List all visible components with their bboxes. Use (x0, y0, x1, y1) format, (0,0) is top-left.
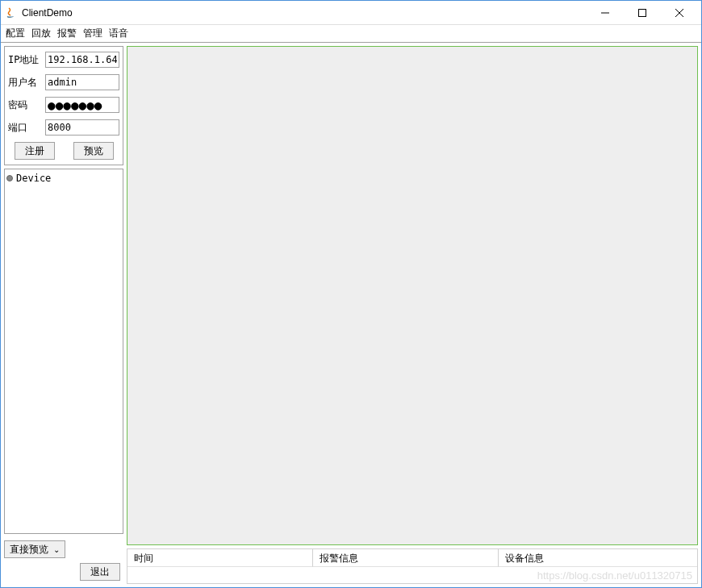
menu-manage[interactable]: 管理 (83, 27, 102, 40)
menu-alarm[interactable]: 报警 (57, 27, 77, 40)
main-area: 时间 报警信息 设备信息 (127, 46, 698, 584)
close-button[interactable] (661, 1, 698, 25)
password-label: 密码 (8, 98, 45, 112)
menubar: 配置 回放 报警 管理 语音 (1, 25, 701, 43)
port-label: 端口 (8, 121, 45, 135)
preview-button[interactable]: 预览 (73, 142, 114, 160)
col-device[interactable]: 设备信息 (499, 549, 697, 567)
register-button[interactable]: 注册 (15, 142, 55, 160)
menu-playback[interactable]: 回放 (31, 27, 51, 40)
bottom-controls: 直接预览 ⌄ 退出 (4, 537, 123, 584)
device-node-icon (6, 175, 13, 181)
device-tree[interactable]: Device (4, 169, 123, 534)
java-icon (4, 6, 17, 19)
col-time[interactable]: 时间 (127, 549, 313, 567)
maximize-button[interactable] (624, 1, 661, 25)
minimize-button[interactable] (587, 1, 624, 25)
tree-root-node[interactable]: Device (6, 173, 121, 184)
preview-mode-label: 直接预览 (10, 543, 48, 557)
user-input[interactable] (45, 74, 119, 90)
table-header: 时间 报警信息 设备信息 (127, 549, 697, 567)
ip-label: IP地址 (8, 53, 45, 67)
col-alarm[interactable]: 报警信息 (313, 549, 499, 567)
user-label: 用户名 (8, 76, 45, 90)
login-form: IP地址 用户名 密码 端口 注册 预览 (4, 46, 123, 165)
preview-pane[interactable] (127, 46, 698, 545)
ip-input[interactable] (45, 52, 119, 68)
preview-mode-dropdown[interactable]: 直接预览 ⌄ (4, 540, 65, 558)
tree-root-label: Device (16, 173, 51, 184)
table-body (127, 567, 697, 583)
chevron-down-icon: ⌄ (53, 545, 60, 554)
menu-config[interactable]: 配置 (6, 27, 25, 40)
window-title: ClientDemo (22, 7, 587, 19)
svg-rect-1 (639, 9, 646, 16)
exit-button[interactable]: 退出 (80, 563, 120, 581)
sidebar: IP地址 用户名 密码 端口 注册 预览 Device (4, 46, 123, 584)
alarm-table: 时间 报警信息 设备信息 (127, 548, 698, 584)
client-area: IP地址 用户名 密码 端口 注册 预览 Device (1, 43, 701, 587)
titlebar: ClientDemo (1, 1, 701, 25)
password-input[interactable] (45, 97, 119, 113)
window-controls (587, 1, 698, 25)
port-input[interactable] (45, 119, 119, 136)
menu-voice[interactable]: 语音 (109, 27, 128, 40)
